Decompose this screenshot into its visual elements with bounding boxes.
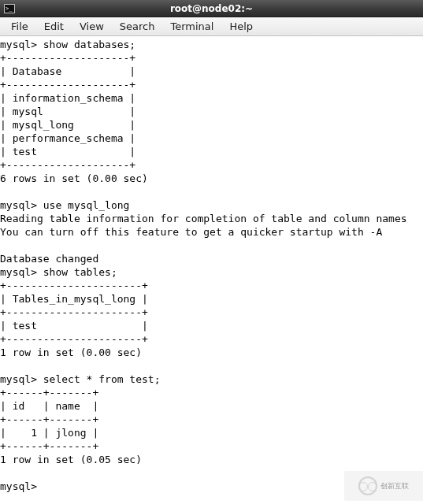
svg-text:>_: >_ <box>6 6 13 12</box>
watermark-text: 创新互联 <box>380 481 409 491</box>
terminal-output[interactable]: mysql> show databases; +----------------… <box>0 36 423 504</box>
menubar: File Edit View Search Terminal Help <box>0 17 423 36</box>
menu-edit[interactable]: Edit <box>36 19 72 34</box>
menu-help[interactable]: Help <box>221 19 261 34</box>
watermark: 创新互联 <box>344 471 423 501</box>
menu-search[interactable]: Search <box>112 19 163 34</box>
window-title: root@node02:~ <box>0 3 423 14</box>
terminal-icon: >_ <box>3 2 16 15</box>
menu-terminal[interactable]: Terminal <box>162 19 221 34</box>
menu-view[interactable]: View <box>72 19 112 34</box>
window-titlebar: >_ root@node02:~ <box>0 0 423 17</box>
menu-file[interactable]: File <box>3 19 36 34</box>
watermark-logo-icon <box>358 476 377 495</box>
